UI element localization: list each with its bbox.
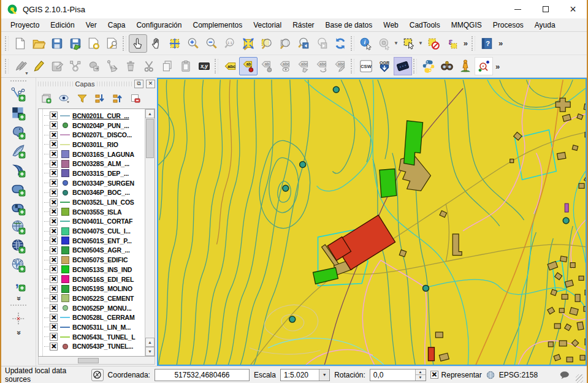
layer-checkbox[interactable]: ✕ bbox=[50, 343, 58, 351]
toolbar-grip[interactable] bbox=[351, 59, 354, 74]
messages-bubble-icon[interactable] bbox=[559, 370, 570, 380]
add-feature-button[interactable] bbox=[66, 57, 85, 75]
collapse-all-button[interactable] bbox=[110, 91, 126, 106]
zoom-native-button[interactable]: 1:1 bbox=[221, 34, 239, 53]
layer-row[interactable]: ✕BCN0331S_DEP_... bbox=[44, 169, 145, 178]
layer-row[interactable]: ✕BCN0531L_LIN_M... bbox=[44, 322, 145, 332]
zoom-full-button[interactable] bbox=[239, 34, 258, 53]
composer-manager-button[interactable] bbox=[103, 34, 121, 53]
layer-row[interactable]: ✕BCN0522S_CEMENT bbox=[44, 294, 145, 303]
toolbar-grip[interactable] bbox=[413, 59, 417, 74]
menu-ayuda[interactable]: Ayuda bbox=[529, 19, 561, 31]
new-composer-button[interactable] bbox=[85, 34, 103, 53]
layer-checkbox[interactable]: ✕ bbox=[50, 218, 58, 226]
crs-label[interactable]: EPSG:2158 bbox=[499, 371, 538, 379]
label-move-button[interactable]: abc bbox=[294, 57, 313, 75]
help-contents-button[interactable]: ? bbox=[478, 34, 496, 53]
layer-row[interactable]: ✕BCN0525P_MONU... bbox=[44, 303, 145, 313]
toolbar-grip[interactable] bbox=[472, 36, 475, 51]
layer-row[interactable]: ✕BCN0352L_LIN_COS bbox=[44, 197, 145, 207]
layer-row[interactable]: ✕BCN0207L_DISCO... bbox=[44, 130, 145, 140]
zoom-to-selection-button[interactable] bbox=[258, 34, 276, 53]
select-tool-caret[interactable]: ▼ bbox=[418, 40, 423, 46]
csw-search-button[interactable]: CSW bbox=[357, 57, 375, 75]
zoom-to-layer-button[interactable] bbox=[276, 34, 294, 53]
layer-checkbox[interactable]: ✕ bbox=[50, 314, 58, 322]
layer-checkbox[interactable]: ✕ bbox=[50, 265, 58, 273]
label-rotate-button[interactable]: abc bbox=[313, 57, 331, 75]
statue-plugin-button[interactable] bbox=[456, 57, 475, 75]
layer-row[interactable]: ✕BCN0316S_LAGUNA bbox=[44, 150, 145, 159]
refresh-button[interactable] bbox=[331, 34, 349, 53]
cut-features-button[interactable] bbox=[140, 57, 158, 75]
rotation-spinbox[interactable]: 0,0 ▲ ▼ bbox=[370, 369, 426, 381]
toolbar-grip[interactable] bbox=[215, 59, 218, 74]
layer-checkbox[interactable]: ✕ bbox=[50, 304, 58, 312]
rotation-down-icon[interactable]: ▼ bbox=[415, 375, 426, 381]
geosearch-button[interactable] bbox=[475, 57, 493, 75]
add-postgis-layer-button[interactable] bbox=[8, 123, 29, 142]
minimize-button[interactable] bbox=[504, 0, 532, 18]
toolbar-grip[interactable] bbox=[123, 36, 126, 51]
layer-checkbox[interactable]: ✕ bbox=[50, 150, 58, 158]
select-rectangle-button[interactable] bbox=[400, 34, 418, 53]
layer-checkbox[interactable]: ✕ bbox=[50, 131, 58, 139]
toolbar-grip[interactable] bbox=[5, 59, 9, 74]
scale-combobox[interactable]: 1:5.020 ▼ bbox=[280, 369, 330, 381]
ogr2layers-button[interactable]: OGR bbox=[375, 57, 394, 75]
menu-procesos[interactable]: Procesos bbox=[487, 19, 529, 31]
add-delimited-text-layer-button[interactable]: , bbox=[8, 275, 29, 294]
zoom-last-button[interactable] bbox=[294, 34, 313, 53]
delete-selected-button[interactable] bbox=[121, 57, 140, 75]
layer-row[interactable]: ✕BCN0328S_ALM_... bbox=[44, 159, 145, 169]
run-feature-action-button[interactable] bbox=[375, 34, 394, 53]
identify-features-button[interactable]: i bbox=[357, 34, 375, 53]
layer-checkbox[interactable]: ✕ bbox=[50, 189, 58, 197]
layer-checkbox[interactable]: ✕ bbox=[50, 121, 58, 129]
layer-row[interactable]: ✕BCN0334P_SURGEN bbox=[44, 178, 145, 188]
maximize-button[interactable] bbox=[532, 0, 559, 18]
panel-float-button[interactable]: ⧉ bbox=[134, 80, 143, 88]
layer-checkbox[interactable]: ✕ bbox=[50, 160, 58, 168]
add-group-button[interactable] bbox=[39, 91, 55, 106]
advanced-digitizing-button[interactable]: x,y bbox=[195, 57, 213, 75]
label-visibility-button[interactable]: abc bbox=[276, 57, 294, 75]
layer-checkbox[interactable]: ✕ bbox=[50, 199, 58, 207]
crs-globe-icon[interactable] bbox=[486, 370, 495, 380]
layer-checkbox[interactable]: ✕ bbox=[50, 333, 58, 341]
touch-zoom-pan-button[interactable] bbox=[129, 34, 147, 53]
layer-checkbox[interactable]: ✕ bbox=[50, 246, 58, 254]
layer-row[interactable]: ✕BCN0355S_ISLA bbox=[44, 207, 145, 217]
new-project-button[interactable] bbox=[11, 34, 29, 53]
zoom-out-button[interactable] bbox=[202, 34, 221, 53]
toolbar-grip[interactable] bbox=[10, 305, 26, 307]
expand-all-button[interactable] bbox=[92, 91, 108, 106]
layer-row[interactable]: ✕BCN0528L_CERRAM bbox=[44, 313, 145, 322]
save-project-button[interactable] bbox=[48, 34, 66, 53]
hscroll-thumb[interactable] bbox=[78, 358, 99, 363]
map-canvas[interactable] bbox=[157, 78, 587, 366]
toolbar-overflow[interactable]: » bbox=[461, 39, 470, 48]
menu-cadtools[interactable]: CadTools bbox=[404, 19, 446, 31]
layer-checkbox[interactable]: ✕ bbox=[50, 256, 58, 264]
scroll-thumb[interactable] bbox=[146, 119, 154, 158]
menu-complementos[interactable]: Complementos bbox=[187, 19, 248, 31]
save-project-as-button[interactable] bbox=[66, 34, 85, 53]
add-oracle-georaster-layer-button[interactable] bbox=[8, 199, 29, 218]
toolbar-overflow[interactable]: » bbox=[496, 39, 505, 48]
layer-row[interactable]: ✕BCN0407S_CUL_I... bbox=[44, 226, 145, 236]
open-project-button[interactable] bbox=[29, 34, 48, 53]
remove-layer-button[interactable] bbox=[128, 91, 143, 106]
menu-mmqgis[interactable]: MMQGIS bbox=[446, 19, 487, 31]
chevron-more-icon[interactable]: » bbox=[13, 297, 23, 301]
menu-configuraci-n[interactable]: Configuración bbox=[131, 19, 187, 31]
copy-features-button[interactable] bbox=[158, 57, 177, 75]
paste-features-button[interactable] bbox=[177, 57, 195, 75]
label-pin-active-button[interactable]: ab bbox=[239, 57, 258, 75]
layer-checkbox[interactable]: ✕ bbox=[50, 169, 58, 177]
toggle-editing-button[interactable] bbox=[29, 57, 48, 75]
add-oracle-layer-button[interactable] bbox=[8, 180, 29, 199]
render-checkbox[interactable]: ✕ bbox=[430, 371, 438, 379]
layer-row[interactable]: ✕BCN0301L_RIO bbox=[44, 140, 145, 150]
layer-checkbox[interactable]: ✕ bbox=[50, 112, 58, 119]
